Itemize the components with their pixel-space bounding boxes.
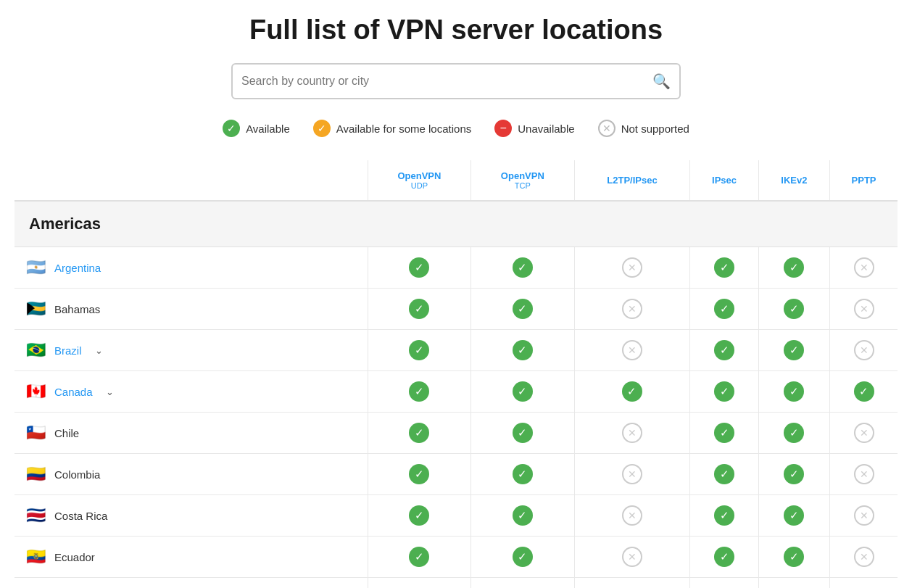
country-cell-canada: 🇨🇦Canada⌄: [14, 371, 368, 413]
available-icon: ✓: [714, 547, 734, 567]
legend-not-supported: ✕ Not supported: [598, 120, 689, 137]
available-icon: ✓: [714, 381, 734, 402]
cell-openvpn_udp-canada: ✓: [368, 371, 470, 413]
cell-ikev2-ecuador: ✓: [758, 537, 829, 578]
cell-l2tp-colombia: ✕: [574, 454, 690, 495]
cell-ikev2-colombia: ✓: [758, 454, 829, 495]
cell-l2tp-brazil: ✕: [574, 330, 690, 371]
cell-ipsec-ecuador: ✓: [690, 537, 758, 578]
available-icon: ✓: [513, 505, 533, 526]
flag-canada: 🇨🇦: [26, 384, 46, 399]
cell-pptp-costa-rica: ✕: [830, 495, 898, 537]
cell-openvpn_udp-bahamas: ✓: [368, 289, 470, 330]
cell-ipsec-colombia: ✓: [690, 454, 758, 495]
available-icon: ✓: [409, 505, 429, 526]
cell-openvpn_tcp-guatemala: ✓: [471, 578, 574, 589]
legend: ✓ Available ✓ Available for some locatio…: [14, 120, 898, 137]
cell-pptp-ecuador: ✕: [830, 537, 898, 578]
search-icon[interactable]: 🔍: [652, 73, 671, 90]
cell-l2tp-bahamas: ✕: [574, 289, 690, 330]
available-icon: ✓: [513, 257, 533, 278]
col-header-openvpn-tcp[interactable]: OpenVPNTCP: [471, 160, 574, 201]
chevron-icon[interactable]: ⌄: [95, 345, 103, 356]
country-cell-bahamas: 🇧🇸Bahamas: [14, 289, 368, 330]
country-name-argentina[interactable]: Argentina: [54, 262, 101, 274]
cell-l2tp-canada: ✓: [574, 371, 690, 413]
country-name-colombia: Colombia: [54, 468, 100, 481]
cell-pptp-colombia: ✕: [830, 454, 898, 495]
cell-openvpn_tcp-brazil: ✓: [471, 330, 574, 371]
search-input[interactable]: [241, 65, 652, 98]
country-name-ecuador: Ecuador: [54, 551, 95, 563]
country-name-canada[interactable]: Canada: [54, 386, 93, 398]
not-supported-icon: ✕: [622, 464, 642, 484]
not-supported-icon: ✕: [622, 505, 642, 526]
available-icon: ✓: [409, 423, 429, 443]
available-icon: ✓: [784, 505, 804, 526]
available-icon: ✓: [714, 257, 734, 278]
available-icon: ✓: [854, 381, 874, 402]
table-row: 🇦🇷Argentina✓✓✕✓✓✕: [14, 247, 898, 289]
table-row: 🇬🇹Guatemala✓✓✕✓✓✕: [14, 578, 898, 589]
available-icon: ✓: [513, 547, 533, 567]
country-name-chile: Chile: [54, 427, 79, 439]
col-header-ipsec[interactable]: IPsec: [690, 160, 758, 201]
country-cell-colombia: 🇨🇴Colombia: [14, 454, 368, 495]
cell-openvpn_udp-costa-rica: ✓: [368, 495, 470, 537]
cell-openvpn_tcp-costa-rica: ✓: [471, 495, 574, 537]
legend-unavailable-label: Unavailable: [518, 123, 574, 135]
cell-openvpn_udp-ecuador: ✓: [368, 537, 470, 578]
available-icon: ✓: [784, 423, 804, 443]
available-icon: ✓: [622, 381, 642, 402]
flag-brazil: 🇧🇷: [26, 342, 46, 358]
cell-openvpn_tcp-chile: ✓: [471, 413, 574, 454]
not-supported-icon: ✕: [854, 423, 874, 443]
not-supported-icon: ✕: [854, 547, 874, 567]
cell-ikev2-bahamas: ✓: [758, 289, 829, 330]
cell-ipsec-chile: ✓: [690, 413, 758, 454]
table-row: 🇨🇴Colombia✓✓✕✓✓✕: [14, 454, 898, 495]
cell-ikev2-costa-rica: ✓: [758, 495, 829, 537]
cell-openvpn_tcp-canada: ✓: [471, 371, 574, 413]
col-header-l2tp[interactable]: L2TP/IPsec: [574, 160, 690, 201]
legend-available-label: Available: [246, 123, 290, 135]
not-supported-icon: ✕: [854, 464, 874, 484]
vpn-table: OpenVPNUDP OpenVPNTCP L2TP/IPsec IPsec I…: [14, 160, 898, 588]
flag-costa-rica: 🇨🇷: [26, 508, 46, 523]
cell-openvpn_udp-guatemala: ✓: [368, 578, 470, 589]
legend-some: ✓ Available for some locations: [313, 120, 472, 137]
cell-ipsec-bahamas: ✓: [690, 289, 758, 330]
available-icon: ✓: [409, 381, 429, 402]
cell-l2tp-argentina: ✕: [574, 247, 690, 289]
not-supported-icon: ✕: [622, 340, 642, 360]
country-cell-brazil: 🇧🇷Brazil⌄: [14, 330, 368, 371]
page-title: Full list of VPN server locations: [14, 15, 898, 46]
legend-not-supported-label: Not supported: [621, 123, 689, 135]
not-supported-icon: ✕: [622, 423, 642, 443]
unavailable-icon: −: [494, 120, 512, 137]
country-name-brazil[interactable]: Brazil: [54, 344, 82, 357]
col-header-ikev2[interactable]: IKEv2: [758, 160, 829, 201]
col-header-pptp[interactable]: PPTP: [830, 160, 898, 201]
not-supported-icon: ✕: [622, 547, 642, 567]
available-icon: ✓: [409, 464, 429, 484]
cell-ikev2-argentina: ✓: [758, 247, 829, 289]
available-icon: ✓: [714, 423, 734, 443]
available-icon: ✓: [714, 340, 734, 360]
cell-pptp-canada: ✓: [830, 371, 898, 413]
table-row: 🇧🇷Brazil⌄✓✓✕✓✓✕: [14, 330, 898, 371]
flag-bahamas: 🇧🇸: [26, 301, 46, 317]
not-supported-icon: ✕: [598, 120, 615, 137]
chevron-icon[interactable]: ⌄: [106, 386, 114, 397]
available-icon: ✓: [784, 547, 804, 567]
available-icon: ✓: [513, 299, 533, 319]
available-icon: ✓: [409, 340, 429, 360]
table-row: 🇨🇷Costa Rica✓✓✕✓✓✕: [14, 495, 898, 537]
legend-some-label: Available for some locations: [336, 123, 472, 135]
available-icon: ✓: [223, 120, 240, 137]
flag-ecuador: 🇪🇨: [26, 549, 46, 565]
col-header-openvpn-udp[interactable]: OpenVPNUDP: [368, 160, 470, 201]
available-icon: ✓: [784, 299, 804, 319]
available-icon: ✓: [714, 505, 734, 526]
region-header: Americas: [14, 201, 898, 247]
